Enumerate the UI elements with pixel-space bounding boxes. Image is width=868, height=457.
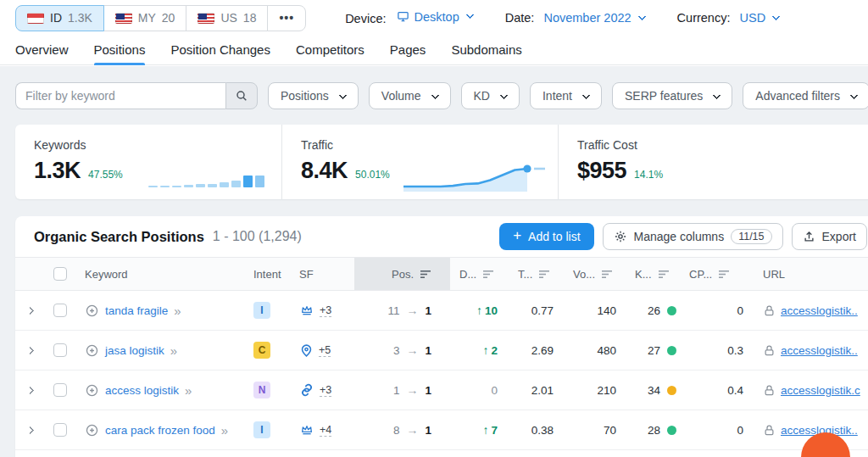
row-checkbox[interactable]	[53, 423, 67, 437]
double-chevron-icon[interactable]: »	[170, 343, 177, 358]
chevron-down-icon	[772, 12, 781, 20]
serp-features-more[interactable]: +5	[319, 344, 331, 357]
column-header-url[interactable]: URL	[752, 268, 868, 281]
column-header-traffic[interactable]: T...	[509, 268, 564, 281]
keywords-stat: Keywords 1.3K 47.55%	[15, 125, 281, 199]
positions-filter-dropdown[interactable]: Positions	[268, 82, 359, 109]
position-from: 11	[387, 304, 399, 317]
result-url-link[interactable]: accesslogistik.c	[781, 384, 860, 397]
section-tabs: Overview Positions Position Changes Comp…	[0, 36, 868, 65]
search-volume: 210	[597, 384, 616, 397]
circle-plus-icon[interactable]	[85, 423, 99, 437]
currency-filter[interactable]: Currency: USD	[677, 11, 780, 25]
result-url-link[interactable]: accesslogistik..	[781, 304, 858, 317]
keyword-link[interactable]: tanda fragile	[105, 304, 168, 317]
double-chevron-icon[interactable]: »	[221, 423, 228, 437]
country-tabs: ID 1.3K MY 20 US 18 •••	[15, 5, 306, 31]
result-url-link[interactable]: accesslogistik..	[781, 344, 858, 357]
tab-competitors[interactable]: Competitors	[296, 42, 364, 64]
country-tab-my[interactable]: MY 20	[103, 5, 187, 31]
tab-subdomains[interactable]: Subdomains	[451, 42, 521, 64]
search-volume: 140	[597, 304, 616, 317]
expand-row-icon[interactable]	[25, 346, 34, 354]
arrow-right-icon: →	[406, 383, 418, 397]
more-countries-button[interactable]: •••	[267, 5, 306, 31]
table-actions: + Add to list Manage columns 11/15 Expor…	[499, 223, 867, 250]
traffic-stat-change: 50.01%	[355, 169, 390, 181]
keyword-filter-input[interactable]	[15, 82, 225, 109]
country-tab-id[interactable]: ID 1.3K	[15, 5, 104, 31]
column-header-keyword[interactable]: Keyword	[76, 268, 242, 281]
table-row: jasa logistik » C +5 3 → 1 ↑2 2.69 480 2…	[15, 331, 868, 371]
circle-plus-icon[interactable]	[85, 383, 99, 398]
country-code: ID	[50, 11, 62, 25]
expand-row-icon[interactable]	[25, 306, 34, 315]
column-header-kd[interactable]: K...	[626, 268, 680, 281]
intent-badge[interactable]: C	[253, 342, 270, 359]
date-filter[interactable]: Date: November 2022	[505, 11, 645, 25]
column-header-diff[interactable]: D...	[450, 268, 509, 281]
double-chevron-icon[interactable]: »	[185, 383, 192, 398]
currency-label: Currency:	[677, 11, 731, 25]
link-icon	[299, 382, 314, 398]
intent-filter-dropdown[interactable]: Intent	[530, 82, 602, 109]
kd-level-dot	[667, 386, 676, 395]
position-diff: 2	[491, 344, 498, 357]
chevron-down-icon	[338, 91, 347, 99]
traffic-cost-stat-value: $955	[577, 158, 626, 184]
keywords-stat-value: 1.3K	[34, 158, 81, 184]
arrow-up-icon: ↑	[482, 343, 488, 357]
serp-features-more[interactable]: +3	[320, 304, 331, 317]
arrow-up-icon: ↑	[476, 304, 482, 317]
intent-badge[interactable]: I	[253, 421, 270, 438]
organic-positions-table-card: Organic Search Positions 1 - 100 (1,294)…	[15, 216, 868, 457]
kd-value: 28	[648, 424, 660, 437]
chevron-down-icon	[850, 91, 859, 99]
manage-columns-button[interactable]: Manage columns 11/15	[603, 223, 783, 250]
intent-badge[interactable]: I	[253, 302, 270, 319]
sort-icon	[602, 270, 613, 279]
expand-row-icon[interactable]	[25, 426, 34, 434]
intent-badge[interactable]: N	[253, 382, 270, 398]
volume-filter-dropdown[interactable]: Volume	[369, 82, 451, 109]
row-checkbox[interactable]	[53, 343, 67, 357]
row-checkbox[interactable]	[53, 304, 67, 317]
column-header-cpc[interactable]: CP...	[680, 268, 752, 281]
serp-features-more[interactable]: +4	[320, 424, 331, 437]
circle-plus-icon[interactable]	[85, 343, 99, 358]
position-to: 1	[425, 424, 431, 437]
kd-value: 27	[648, 344, 660, 357]
country-code: MY	[138, 11, 156, 25]
serp-features-filter-dropdown[interactable]: SERP features	[612, 82, 732, 109]
currency-value: USD	[740, 11, 766, 25]
row-checkbox[interactable]	[53, 383, 67, 397]
tab-overview[interactable]: Overview	[15, 42, 69, 64]
circle-plus-icon[interactable]	[85, 304, 99, 318]
advanced-filters-dropdown[interactable]: Advanced filters	[743, 82, 868, 109]
serp-features-more[interactable]: +3	[320, 384, 331, 397]
double-chevron-icon[interactable]: »	[174, 304, 181, 318]
column-header-volume[interactable]: Vo...	[564, 268, 626, 281]
country-count: 20	[162, 11, 175, 25]
select-all-checkbox[interactable]	[53, 267, 67, 281]
traffic-cost-stat-change: 14.1%	[634, 169, 663, 181]
keyword-link[interactable]: jasa logistik	[105, 344, 164, 357]
column-header-sf[interactable]: SF	[299, 268, 354, 281]
tab-pages[interactable]: Pages	[390, 42, 426, 64]
indonesia-flag-icon	[27, 13, 44, 24]
column-header-intent[interactable]: Intent	[242, 268, 299, 281]
add-to-list-button[interactable]: + Add to list	[499, 223, 593, 250]
kd-filter-dropdown[interactable]: KD	[461, 82, 520, 109]
export-button[interactable]: Export	[792, 223, 867, 250]
tab-positions[interactable]: Positions	[94, 42, 146, 64]
traffic-stat: Traffic 8.4K 50.01%	[281, 125, 558, 199]
keyword-link[interactable]: access logistik	[105, 384, 179, 397]
column-header-pos[interactable]: Pos.	[354, 258, 450, 290]
expand-row-icon[interactable]	[25, 386, 34, 394]
tab-position-changes[interactable]: Position Changes	[170, 42, 270, 64]
lock-icon	[763, 384, 776, 397]
search-button[interactable]	[225, 82, 258, 109]
country-tab-us[interactable]: US 18	[186, 5, 268, 31]
device-filter[interactable]: Device: Desktop	[345, 10, 473, 26]
keyword-link[interactable]: cara pack frozen food	[105, 424, 215, 437]
